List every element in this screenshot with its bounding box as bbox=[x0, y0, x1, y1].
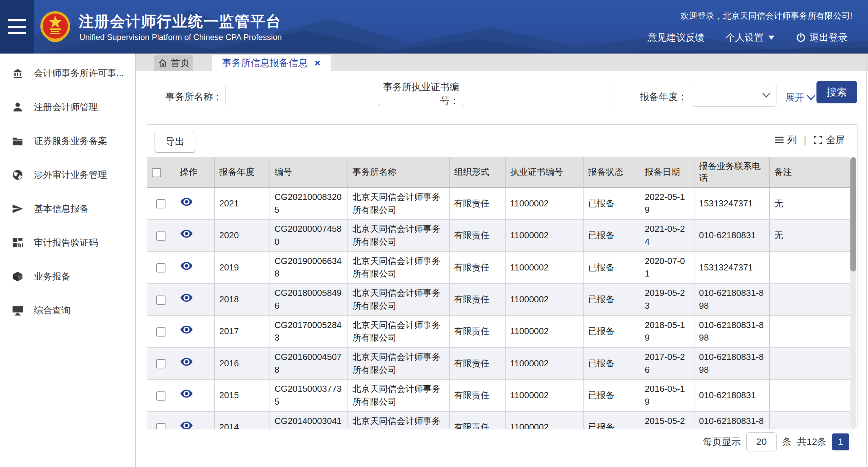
row-checkbox[interactable] bbox=[156, 327, 165, 337]
cell-code: CG201400030418 bbox=[270, 411, 348, 429]
col-cert: 执业证书编号 bbox=[505, 157, 583, 188]
cell-status: 已报备 bbox=[583, 284, 640, 316]
col-date: 报备日期 bbox=[640, 157, 694, 188]
per-page-input[interactable] bbox=[746, 432, 777, 451]
tab-home[interactable]: 首页 bbox=[154, 55, 193, 71]
cell-status: 已报备 bbox=[583, 188, 640, 220]
cert-no-input[interactable] bbox=[462, 84, 612, 106]
cell-status: 已报备 bbox=[583, 411, 640, 429]
cell-date: 2021-05-24 bbox=[640, 220, 694, 251]
table-row: 2014 CG201400030418 北京天同信会计师事务所有限公司 有限责任… bbox=[147, 411, 850, 429]
sidebar-item-firm-licensing[interactable]: 会计师事务所许可事... bbox=[0, 56, 135, 90]
columns-button[interactable]: 列 bbox=[774, 134, 797, 146]
cell-code: CG201600045078 bbox=[270, 347, 348, 379]
row-checkbox[interactable] bbox=[156, 359, 165, 368]
row-checkbox[interactable] bbox=[156, 391, 165, 401]
cell-cert: 11000002 bbox=[505, 251, 583, 283]
monitor-icon bbox=[12, 304, 24, 317]
cell-org: 有限责任 bbox=[449, 411, 505, 429]
fullscreen-button[interactable]: 全屏 bbox=[813, 134, 845, 146]
row-checkbox[interactable] bbox=[156, 423, 165, 429]
table-row: 2021 CG202100083205 北京天同信会计师事务所有限公司 有限责任… bbox=[147, 188, 850, 220]
folder-icon bbox=[12, 135, 24, 147]
feedback-label: 意见建议反馈 bbox=[648, 31, 705, 44]
tab-active-label: 事务所信息报备信息 bbox=[222, 57, 308, 69]
sidebar-item-basic-info-filing[interactable]: 基本信息报备 bbox=[0, 192, 135, 226]
view-eye-icon[interactable] bbox=[180, 389, 193, 399]
sidebar-item-business-filing[interactable]: 业务报备 bbox=[0, 260, 135, 293]
table-row: 2016 CG201600045078 北京天同信会计师事务所有限公司 有限责任… bbox=[147, 347, 850, 379]
row-checkbox[interactable] bbox=[156, 231, 165, 241]
view-eye-icon[interactable] bbox=[180, 197, 193, 207]
view-eye-icon[interactable] bbox=[180, 229, 193, 239]
hamburger-menu-icon[interactable] bbox=[0, 0, 34, 54]
page-button-1[interactable]: 1 bbox=[832, 433, 849, 450]
cell-org: 有限责任 bbox=[449, 316, 505, 347]
tab-strip: 首页 事务所信息报备信息 × bbox=[136, 54, 868, 71]
results-card: 导出 列 | 全屏 bbox=[147, 124, 857, 429]
view-eye-icon[interactable] bbox=[180, 293, 193, 303]
personal-settings-menu[interactable]: 个人设置 bbox=[726, 31, 774, 44]
cell-org: 有限责任 bbox=[449, 380, 505, 411]
view-options: 列 | 全屏 bbox=[774, 134, 845, 146]
col-year: 报备年度 bbox=[214, 157, 270, 188]
view-eye-icon[interactable] bbox=[180, 261, 193, 271]
view-eye-icon[interactable] bbox=[180, 421, 193, 429]
table-scrollbar-track[interactable] bbox=[850, 157, 856, 429]
export-button[interactable]: 导出 bbox=[155, 131, 195, 153]
cell-firm: 北京天同信会计师事务所有限公司 bbox=[348, 220, 449, 251]
tab-close-icon[interactable]: × bbox=[314, 58, 320, 68]
cell-code: CG202000074580 bbox=[270, 220, 348, 251]
bank-icon bbox=[12, 67, 24, 79]
sidebar-item-comprehensive-query[interactable]: 综合查询 bbox=[0, 293, 135, 327]
table-row: 2020 CG202000074580 北京天同信会计师事务所有限公司 有限责任… bbox=[147, 220, 850, 251]
cell-year: 2021 bbox=[214, 188, 270, 220]
select-chevron-icon bbox=[762, 92, 771, 98]
col-status: 报备状态 bbox=[583, 157, 640, 188]
cell-date: 2016-05-19 bbox=[640, 380, 694, 411]
col-org: 组织形式 bbox=[449, 157, 505, 188]
cell-year: 2020 bbox=[214, 220, 270, 251]
sidebar-item-audit-report-code[interactable]: 审计报告验证码 bbox=[0, 226, 135, 260]
cell-status: 已报备 bbox=[583, 380, 640, 411]
select-all-checkbox[interactable] bbox=[152, 168, 161, 177]
filing-year-label: 报备年度： bbox=[640, 90, 687, 103]
firm-name-input[interactable] bbox=[225, 84, 380, 106]
cell-org: 有限责任 bbox=[449, 188, 505, 220]
row-checkbox[interactable] bbox=[156, 199, 165, 208]
cell-year: 2019 bbox=[214, 251, 270, 283]
table-header-row: 操作 报备年度 编号 事务所名称 组织形式 执业证书编号 报备状态 报备日期 报… bbox=[147, 157, 850, 188]
filing-year-select[interactable] bbox=[692, 84, 776, 107]
table-row: 2015 CG201500037735 北京天同信会计师事务所有限公司 有限责任… bbox=[147, 380, 850, 411]
cell-phone: 15313247371 bbox=[694, 188, 769, 220]
logout-button[interactable]: 退出登录 bbox=[795, 31, 848, 44]
cell-code: CG201800058496 bbox=[270, 284, 348, 316]
view-eye-icon[interactable] bbox=[180, 357, 193, 367]
sidebar-item-foreign-audit[interactable]: 涉外审计业务管理 bbox=[0, 158, 135, 192]
cell-date: 2020-07-01 bbox=[640, 251, 694, 283]
cell-status: 已报备 bbox=[583, 347, 640, 379]
total-count-label: 共12条 bbox=[797, 435, 827, 448]
cell-date: 2019-05-23 bbox=[640, 284, 694, 316]
cell-note bbox=[769, 380, 850, 411]
cell-code: CG201700052843 bbox=[270, 316, 348, 347]
cell-note bbox=[769, 316, 850, 347]
page-number: 1 bbox=[838, 436, 843, 447]
cell-phone: 010-62180831 bbox=[694, 380, 769, 411]
cell-cert: 11000002 bbox=[505, 220, 583, 251]
cell-status: 已报备 bbox=[583, 220, 640, 251]
search-button[interactable]: 搜索 bbox=[816, 81, 857, 103]
table-scrollbar-thumb[interactable] bbox=[850, 157, 856, 271]
cell-code: CG202100083205 bbox=[270, 188, 348, 220]
sidebar-item-cpa-management[interactable]: 注册会计师管理 bbox=[0, 90, 135, 124]
sidebar-item-label: 证券服务业务备案 bbox=[34, 135, 107, 147]
firm-name-label: 事务所名称： bbox=[165, 90, 222, 103]
row-checkbox[interactable] bbox=[156, 296, 165, 305]
row-checkbox[interactable] bbox=[156, 263, 165, 272]
view-eye-icon[interactable] bbox=[180, 325, 193, 334]
expand-link[interactable]: 展开 bbox=[785, 91, 816, 104]
col-phone: 报备业务联系电话 bbox=[694, 157, 769, 188]
sidebar-item-securities-filing[interactable]: 证券服务业务备案 bbox=[0, 124, 135, 158]
feedback-link[interactable]: 意见建议反馈 bbox=[648, 31, 705, 44]
tab-firm-info-filing[interactable]: 事务所信息报备信息 × bbox=[212, 55, 331, 71]
